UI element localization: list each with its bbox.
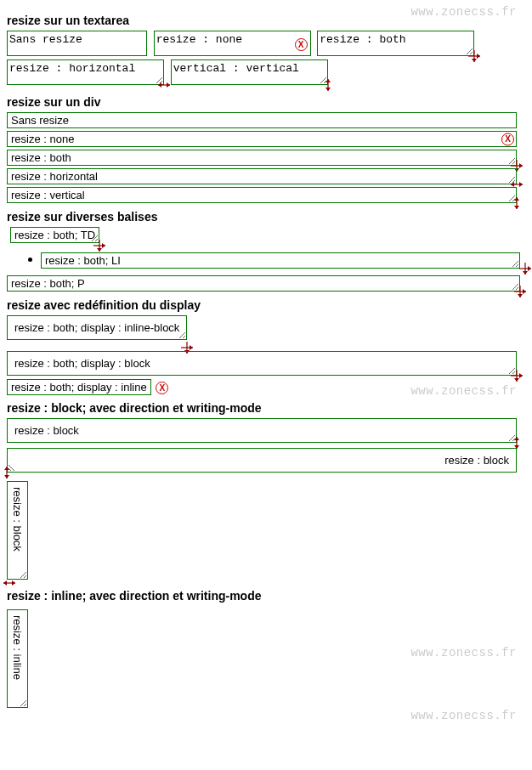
textarea-resize-both[interactable] xyxy=(317,31,474,56)
td-resize-both[interactable]: resize : both; TD xyxy=(10,227,99,243)
textarea-sans-resize[interactable] xyxy=(7,31,147,56)
heading-misc: resize sur diverses balises xyxy=(7,210,525,224)
div-sans-resize: Sans resize xyxy=(7,112,517,128)
div-resize-horizontal[interactable]: resize : horizontal xyxy=(7,168,517,184)
heading-div: resize sur un div xyxy=(7,95,525,109)
no-resize-icon: X xyxy=(295,38,308,51)
textarea-resize-vertical[interactable] xyxy=(171,59,328,85)
div-resize-none: resize : none xyxy=(7,131,517,147)
inline-vertical-label: resize : inline xyxy=(11,615,24,680)
block-vertical-writing[interactable]: resize : block xyxy=(7,481,28,580)
p-resize-both[interactable]: resize : both; P xyxy=(7,275,520,292)
textarea-row: X xyxy=(7,31,525,88)
bullet-icon xyxy=(28,258,32,262)
div-resize-vertical[interactable]: resize : vertical xyxy=(7,187,517,203)
no-resize-icon: X xyxy=(156,382,168,394)
block-vertical-label: resize : block xyxy=(11,487,24,552)
inline-vertical-writing[interactable]: resize : inline xyxy=(7,609,28,708)
heading-block-direction: resize : block; avec direction et writin… xyxy=(7,401,525,415)
watermark: www.zonecss.fr xyxy=(410,709,517,722)
span-display-block[interactable]: resize : both; display : block xyxy=(7,351,517,376)
heading-display: resize avec redéfinition du display xyxy=(7,298,525,312)
span-display-inline-block[interactable]: resize : both; display : inline-block xyxy=(7,315,187,340)
li-resize-both[interactable]: resize : both; LI xyxy=(41,252,520,269)
div-resize-both[interactable]: resize : both xyxy=(7,150,517,166)
textarea-resize-none[interactable] xyxy=(154,31,311,56)
no-resize-icon: X xyxy=(501,133,514,145)
span-display-inline: resize : both; display : inline xyxy=(7,379,151,395)
block-rtl[interactable]: resize : block xyxy=(7,448,517,473)
textarea-resize-horizontal[interactable] xyxy=(7,59,164,85)
watermark: www.zonecss.fr xyxy=(410,646,517,660)
block-ltr[interactable]: resize : block xyxy=(7,418,517,443)
heading-inline-direction: resize : inline; avec direction et writi… xyxy=(7,589,525,603)
heading-textarea: resize sur un textarea xyxy=(7,14,525,27)
